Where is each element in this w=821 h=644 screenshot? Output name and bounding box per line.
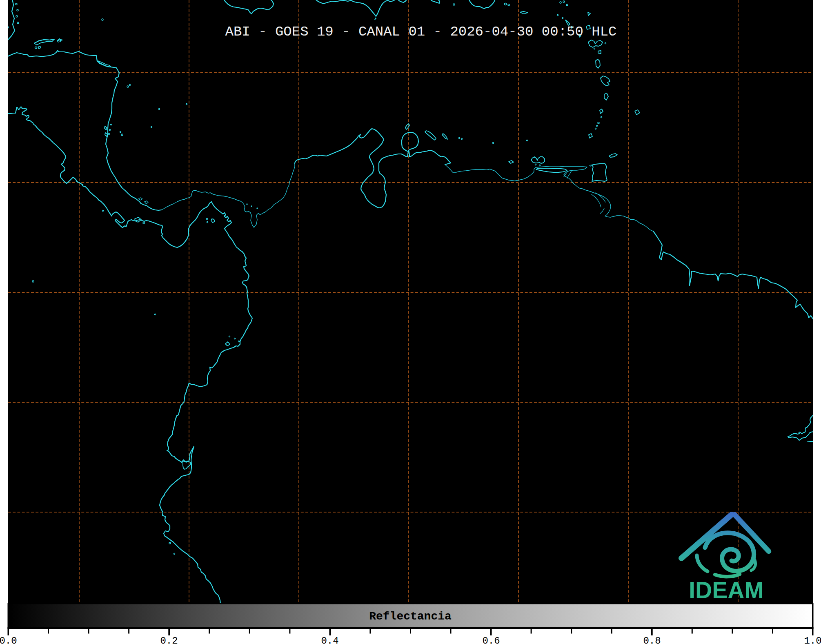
svg-text:0.8: 0.8: [643, 635, 661, 644]
svg-text:0.0: 0.0: [0, 635, 17, 644]
svg-text:ABI - GOES 19 - CANAL 01 - 202: ABI - GOES 19 - CANAL 01 - 2026-04-30 00…: [225, 24, 617, 40]
svg-text:1.0: 1.0: [804, 635, 821, 644]
svg-text:0.2: 0.2: [160, 635, 178, 644]
svg-text:0.6: 0.6: [482, 635, 500, 644]
svg-text:IDEAM: IDEAM: [689, 577, 764, 603]
svg-text:0.4: 0.4: [321, 635, 338, 644]
svg-text:Reflectancia: Reflectancia: [369, 610, 452, 623]
